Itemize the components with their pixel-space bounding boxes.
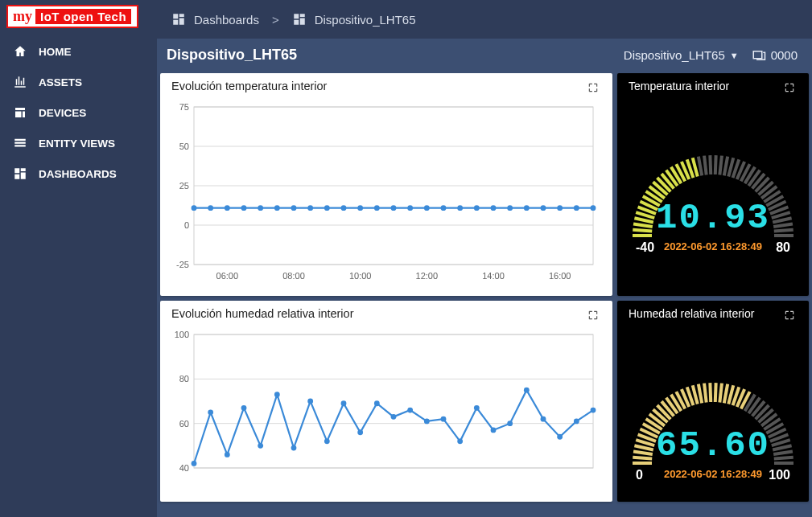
- svg-point-113: [424, 419, 430, 425]
- svg-point-35: [491, 205, 497, 211]
- page-title: Dispositivo_LHT65: [167, 47, 297, 64]
- svg-point-28: [374, 205, 380, 211]
- svg-text:14:00: 14:00: [482, 271, 505, 281]
- svg-text:80: 80: [179, 374, 189, 384]
- svg-line-62: [704, 156, 707, 175]
- svg-point-106: [307, 399, 313, 404]
- sidebar-item-label: HOME: [39, 46, 72, 58]
- sidebar-item-assets[interactable]: ASSETS: [0, 67, 157, 97]
- gauge-hum: 65.602022-06-02 16:28:490100: [617, 326, 809, 502]
- svg-line-143: [699, 384, 702, 404]
- svg-text:50: 50: [179, 142, 189, 151]
- svg-line-164: [773, 445, 791, 449]
- assets-icon: [13, 75, 27, 89]
- svg-point-117: [491, 428, 497, 433]
- svg-point-112: [407, 408, 413, 413]
- fullscreen-button[interactable]: [781, 80, 798, 96]
- dashboards-icon: [13, 166, 27, 181]
- svg-line-166: [774, 458, 793, 459]
- svg-text:12:00: 12:00: [416, 271, 439, 281]
- svg-point-21: [258, 205, 263, 211]
- sidebar-item-entity-views[interactable]: ENTITY VIEWS: [0, 128, 157, 158]
- card-title: Evolución temperatura interior: [171, 80, 327, 92]
- svg-point-17: [192, 205, 197, 211]
- svg-point-41: [591, 205, 596, 211]
- svg-point-123: [591, 408, 596, 413]
- svg-text:25: 25: [179, 181, 189, 191]
- card-hum-chart: Evolución humedad relativa interior 1008…: [160, 301, 612, 502]
- fullscreen-icon: [784, 310, 795, 321]
- logo[interactable]: my IoT open Tech: [0, 0, 157, 36]
- svg-point-38: [541, 205, 546, 211]
- time-window-text: 0000: [771, 48, 798, 62]
- svg-point-25: [324, 205, 330, 211]
- svg-text:60: 60: [179, 419, 189, 429]
- svg-point-101: [225, 452, 230, 458]
- sidebar-item-devices[interactable]: DEVICES: [0, 97, 157, 128]
- svg-point-26: [341, 205, 347, 211]
- devices-icon: [13, 105, 27, 120]
- svg-line-61: [699, 157, 702, 176]
- breadcrumb-current[interactable]: Dispositivo_LHT65: [292, 12, 416, 27]
- svg-point-119: [524, 388, 530, 393]
- svg-line-64: [715, 155, 716, 174]
- svg-line-144: [704, 384, 707, 403]
- svg-line-43: [633, 230, 652, 232]
- fullscreen-icon: [784, 82, 795, 93]
- svg-line-44: [633, 224, 653, 226]
- sidebar-item-home[interactable]: HOME: [0, 36, 157, 67]
- svg-text:2022-06-02 16:28:49: 2022-06-02 16:28:49: [664, 468, 762, 480]
- card-title: Evolución humedad relativa interior: [171, 307, 354, 320]
- svg-point-36: [507, 205, 513, 211]
- svg-line-147: [719, 384, 722, 403]
- sidebar-item-label: DASHBOARDS: [39, 168, 117, 180]
- svg-line-148: [724, 384, 728, 404]
- breadcrumb-current-label: Dispositivo_LHT65: [315, 13, 416, 27]
- svg-point-121: [557, 434, 563, 440]
- dashboard-icon: [292, 12, 307, 27]
- svg-text:06:00: 06:00: [216, 271, 239, 281]
- svg-point-115: [457, 438, 463, 444]
- svg-line-65: [719, 156, 722, 175]
- svg-text:08:00: 08:00: [282, 271, 305, 281]
- svg-text:75: 75: [179, 102, 189, 112]
- svg-text:16:00: 16:00: [549, 271, 571, 281]
- fullscreen-button[interactable]: [585, 307, 601, 323]
- svg-text:80: 80: [776, 240, 790, 254]
- breadcrumb-root[interactable]: Dashboards: [171, 12, 259, 27]
- svg-point-111: [391, 414, 397, 420]
- svg-line-45: [634, 218, 653, 222]
- breadcrumb-separator: >: [272, 13, 279, 27]
- svg-text:0: 0: [184, 220, 189, 230]
- fullscreen-icon: [587, 82, 599, 93]
- timewindow-icon: [752, 48, 766, 63]
- title-bar: Dispositivo_LHT65 Dispositivo_LHT65 ▼ 00…: [157, 39, 812, 73]
- svg-text:-40: -40: [636, 240, 654, 254]
- svg-line-145: [710, 383, 711, 402]
- card-hum-gauge: Humedad relativa interior 65.602022-06-0…: [617, 301, 809, 502]
- fullscreen-button[interactable]: [585, 80, 601, 96]
- svg-point-37: [524, 205, 530, 211]
- card-title: Humedad relativa interior: [629, 307, 754, 320]
- main: Dashboards > Dispositivo_LHT65 Dispositi…: [157, 0, 812, 517]
- svg-point-34: [474, 205, 480, 211]
- time-window-button[interactable]: 0000: [752, 48, 798, 63]
- svg-line-125: [633, 458, 652, 459]
- fullscreen-button[interactable]: [781, 307, 798, 323]
- sidebar-item-dashboards[interactable]: DASHBOARDS: [0, 158, 157, 189]
- chevron-down-icon: ▼: [730, 51, 739, 60]
- svg-point-110: [374, 400, 380, 406]
- svg-point-29: [391, 205, 397, 211]
- svg-text:100: 100: [175, 330, 189, 339]
- svg-point-23: [291, 205, 297, 211]
- svg-line-126: [633, 451, 653, 453]
- entity-selector[interactable]: Dispositivo_LHT65 ▼: [624, 48, 739, 62]
- svg-text:2022-06-02 16:28:49: 2022-06-02 16:28:49: [664, 240, 762, 252]
- chart-hum: 100806040: [160, 326, 612, 492]
- fullscreen-icon: [587, 310, 599, 321]
- home-icon: [13, 44, 27, 59]
- svg-point-114: [441, 416, 447, 422]
- svg-point-109: [357, 429, 363, 435]
- gauge-temp: 10.932022-06-02 16:28:49-4080: [617, 99, 809, 296]
- svg-point-104: [274, 392, 280, 397]
